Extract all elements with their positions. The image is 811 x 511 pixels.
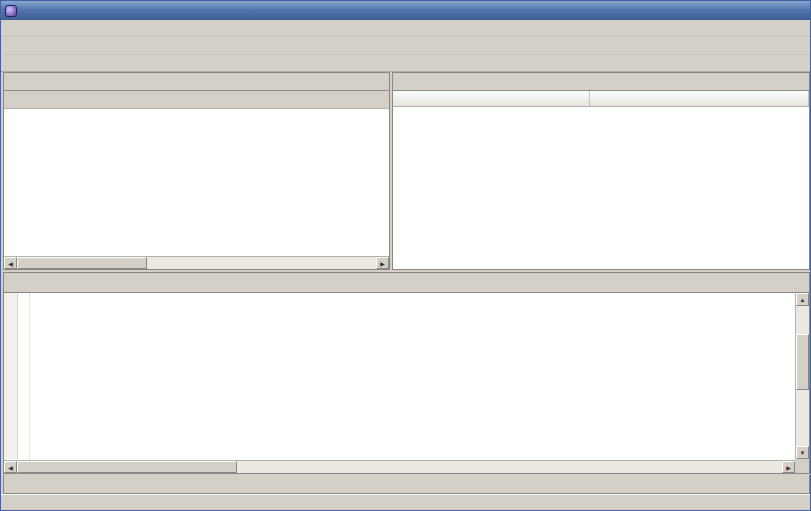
scrollbar-thumb[interactable] xyxy=(796,334,809,390)
main-toolbar xyxy=(1,37,810,55)
right-panel-tabrow xyxy=(393,73,809,91)
editor-hscrollbar[interactable]: ◀ ▶ xyxy=(4,460,795,473)
expressions-table-header xyxy=(393,91,809,107)
code-area[interactable] xyxy=(4,293,795,459)
eclipse-logo-icon xyxy=(5,5,17,17)
scroll-left-icon[interactable]: ◀ xyxy=(4,257,17,269)
scroll-up-icon[interactable]: ▲ xyxy=(796,293,809,306)
column-header-value[interactable] xyxy=(590,91,809,106)
status-message xyxy=(4,496,807,511)
expressions-rows xyxy=(393,107,809,269)
eclipse-window: ◀ ▶ ▲ ▼ xyxy=(0,0,811,511)
debug-panel: ◀ ▶ xyxy=(3,72,390,270)
titlebar[interactable] xyxy=(1,1,810,20)
editor-body: ▲ ▼ ◀ ▶ xyxy=(4,293,809,473)
console-tabrow xyxy=(4,475,809,493)
scroll-left-icon[interactable]: ◀ xyxy=(4,461,17,473)
scrollbar-thumb[interactable] xyxy=(17,257,147,269)
editor-panel: ▲ ▼ ◀ ▶ xyxy=(3,272,810,474)
debug-tree xyxy=(4,109,389,256)
debug-hscrollbar[interactable]: ◀ ▶ xyxy=(4,256,389,269)
secondary-toolbar xyxy=(1,55,810,72)
scrollbar-track[interactable] xyxy=(796,390,809,446)
scrollbar-thumb[interactable] xyxy=(17,461,237,473)
editor-tabrow xyxy=(4,273,809,293)
debug-panel-tabrow xyxy=(4,73,389,91)
scrollbar-track[interactable] xyxy=(237,461,782,473)
expressions-panel xyxy=(392,72,810,270)
scroll-right-icon[interactable]: ▶ xyxy=(782,461,795,473)
column-header-name[interactable] xyxy=(393,91,590,106)
menubar xyxy=(1,20,810,37)
debug-view-toolbar xyxy=(4,91,389,109)
console-panel xyxy=(3,475,810,494)
editor-vscrollbar[interactable]: ▲ ▼ xyxy=(795,293,809,459)
scrollbar-corner xyxy=(795,459,809,473)
scroll-down-icon[interactable]: ▼ xyxy=(796,446,809,459)
scrollbar-track[interactable] xyxy=(147,257,376,269)
scroll-right-icon[interactable]: ▶ xyxy=(376,257,389,269)
statusbar xyxy=(1,494,810,511)
